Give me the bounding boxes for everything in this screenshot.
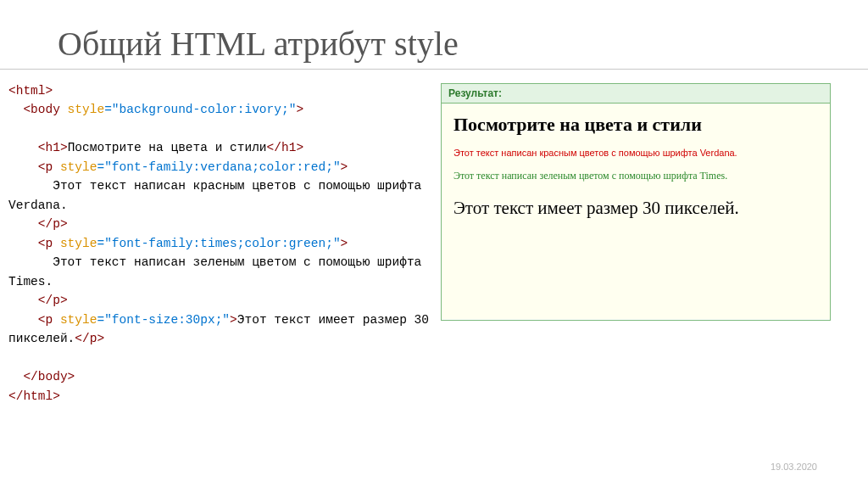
code-attr: style [53, 160, 97, 174]
code-tag: <p [38, 237, 53, 250]
code-tag: > [230, 313, 237, 327]
code-val: ="font-family:times;color:green;" [97, 237, 340, 250]
code-tag: </body> [23, 370, 75, 383]
code-text: Посмотрите на цвета и стили [68, 141, 267, 154]
code-tag: </p> [75, 332, 104, 345]
result-paragraph-green: Этот текст написан зеленым цветом с помо… [453, 170, 818, 182]
code-tag: > [341, 160, 348, 174]
slide-title: Общий HTML атрибут style [58, 24, 827, 64]
code-tag: <html> [8, 84, 53, 98]
code-text: Этот текст написан красным цветов с помо… [8, 179, 429, 211]
result-paragraph-large: Этот текст имеет размер 30 пикселей. [453, 198, 818, 219]
code-tag: <body [23, 103, 60, 116]
result-header: Результат: [442, 84, 830, 104]
code-text: Этот текст написан зеленым цветом с помо… [8, 255, 429, 288]
result-heading: Посмотрите на цвета и стили [453, 114, 818, 136]
code-tag: <h1> [38, 141, 68, 154]
code-tag: <p [38, 313, 53, 327]
code-tag: <p [38, 160, 53, 174]
code-tag: </h1> [267, 141, 304, 154]
code-tag: </p> [38, 294, 68, 307]
result-panel: Результат: Посмотрите на цвета и стили Э… [441, 83, 831, 321]
title-divider [0, 69, 868, 70]
code-tag: > [296, 103, 303, 116]
code-attr: style [53, 313, 97, 327]
code-tag: </html> [8, 389, 60, 403]
code-block: <html> <body style="background-color:ivo… [0, 81, 432, 406]
content-row: <html> <body style="background-color:ivo… [41, 81, 827, 406]
code-val: ="font-family:verdana;color:red;" [97, 160, 340, 174]
code-attr: style [60, 103, 104, 116]
result-body: Посмотрите на цвета и стили Этот текст н… [442, 104, 830, 319]
code-attr: style [53, 237, 97, 250]
slide-container: Общий HTML атрибут style <html> <body st… [0, 0, 868, 487]
footer-date: 19.03.2020 [771, 462, 817, 472]
code-tag: </p> [38, 217, 68, 231]
code-tag: > [341, 237, 348, 250]
code-val: ="font-size:30px;" [97, 313, 230, 327]
result-paragraph-red: Этот текст написан красным цветов с помо… [453, 148, 818, 158]
code-val: ="background-color:ivory;" [104, 103, 296, 116]
